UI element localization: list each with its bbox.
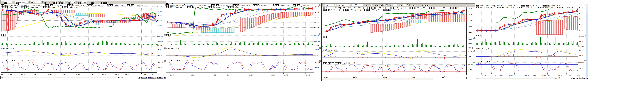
svg-text:16:30: 16:30	[542, 75, 546, 76]
svg-text:8,595: 8,595	[158, 15, 162, 17]
svg-text:16:30: 16:30	[508, 75, 512, 76]
svg-text:09:20: 09:20	[8, 74, 12, 76]
svg-text:900.00: 900.00	[468, 39, 472, 40]
svg-text:Dec: Dec	[412, 76, 415, 78]
svg-text:110.00: 110.00	[579, 36, 584, 37]
svg-text:40.00: 40.00	[158, 67, 162, 68]
svg-text:8,595: 8,595	[315, 12, 319, 13]
svg-text:750.00: 750.00	[315, 35, 320, 37]
svg-text:17:20: 17:20	[76, 74, 80, 76]
svg-text:12:00: 12:00	[34, 74, 38, 76]
svg-text:10:40: 10:40	[21, 74, 25, 76]
svg-text:Dec: Dec	[227, 74, 230, 76]
svg-text:40.00: 40.00	[315, 67, 319, 68]
svg-text:8,450: 8,450	[468, 20, 472, 21]
svg-text:11/29: 11/29	[515, 75, 519, 76]
svg-text:60.00: 60.00	[468, 51, 472, 53]
svg-text:465.00: 465.00	[158, 36, 163, 38]
svg-text:8,665: 8,665	[158, 6, 162, 8]
svg-text:12/02: 12/02	[442, 76, 446, 78]
svg-text:100.00: 100.00	[468, 64, 472, 65]
svg-text:12:00: 12:00	[248, 74, 253, 76]
svg-text:11/30: 11/30	[532, 75, 536, 76]
svg-text:11/30: 11/30	[383, 76, 387, 78]
svg-text:20:00: 20:00	[214, 74, 218, 76]
svg-text:16:3: 16:3	[576, 75, 580, 76]
svg-text:100.00: 100.00	[158, 61, 163, 63]
svg-text:18:40: 18:40	[89, 74, 93, 76]
svg-text:8,525: 8,525	[158, 25, 162, 26]
svg-text:-6.00: -6.00	[158, 55, 162, 56]
svg-text:8,750: 8,750	[579, 7, 583, 8]
svg-text:12:00: 12:00	[191, 74, 196, 76]
svg-text:8,300: 8,300	[468, 26, 472, 27]
svg-text:100.00: 100.00	[579, 62, 584, 63]
svg-text:180.00: 180.00	[158, 41, 163, 43]
svg-text:8,630: 8,630	[158, 11, 162, 12]
svg-text:01:: 01:	[152, 74, 154, 76]
svg-text:100.00: 100.00	[315, 61, 320, 63]
svg-text:55.00: 55.00	[315, 49, 319, 50]
svg-text:× 100: × 100	[315, 44, 319, 46]
svg-text:11/29: 11/29	[353, 76, 357, 78]
svg-text:13:20: 13:20	[48, 74, 52, 76]
svg-text:× 100: × 100	[158, 45, 162, 46]
svg-text:8,560: 8,560	[158, 20, 162, 22]
svg-text:5.00: 5.00	[468, 56, 471, 58]
svg-text:× 100: × 100	[468, 47, 472, 49]
svg-text:250.00: 250.00	[315, 41, 320, 42]
svg-text:9.00: 9.00	[158, 49, 162, 50]
svg-text:350.00: 350.00	[468, 43, 472, 44]
svg-text:11/25: 11/25	[482, 75, 486, 76]
svg-text:8,600: 8,600	[468, 14, 472, 15]
svg-text:40.00: 40.00	[468, 69, 472, 71]
svg-text:Dec: Dec	[548, 75, 550, 76]
svg-text:60.00: 60.00	[579, 49, 583, 51]
svg-text:11/26: 11/26	[324, 76, 328, 78]
svg-text:12/02: 12/02	[284, 74, 288, 76]
svg-text:10.00: 10.00	[579, 55, 583, 56]
svg-text:12/02: 12/02	[567, 75, 571, 76]
svg-text:21:20: 21:20	[115, 74, 120, 76]
svg-text:8,385: 8,385	[315, 27, 319, 29]
svg-text:16:30: 16:30	[558, 75, 562, 76]
svg-text:8,455: 8,455	[315, 22, 319, 23]
svg-text:40.00: 40.00	[579, 41, 583, 43]
svg-text:20:00: 20:00	[272, 74, 276, 76]
svg-text:8,665: 8,665	[315, 6, 319, 8]
svg-text:11/30: 11/30	[170, 74, 174, 76]
svg-text:8,450: 8,450	[579, 18, 583, 20]
svg-text:8,525: 8,525	[315, 17, 319, 18]
svg-text:16:30: 16:30	[525, 75, 529, 76]
svg-text:8,150: 8,150	[579, 30, 583, 32]
svg-text:8,300: 8,300	[579, 24, 583, 26]
svg-text:8,150: 8,150	[468, 32, 472, 33]
svg-text:14:40: 14:40	[61, 74, 65, 76]
svg-text:20:00: 20:00	[102, 74, 106, 76]
svg-text:12/02: 12/02	[142, 74, 146, 76]
svg-text:22:40: 22:40	[125, 74, 130, 76]
svg-text:40.00: 40.00	[579, 67, 583, 69]
svg-text:12:00: 12:00	[306, 74, 310, 76]
svg-text:02:40: 02:40	[1, 74, 5, 76]
svg-text:8,600: 8,600	[579, 13, 583, 14]
svg-text:11/26: 11/26	[498, 75, 502, 76]
svg-text:16:30: 16:30	[492, 75, 496, 76]
svg-text:5.00: 5.00	[315, 55, 318, 56]
